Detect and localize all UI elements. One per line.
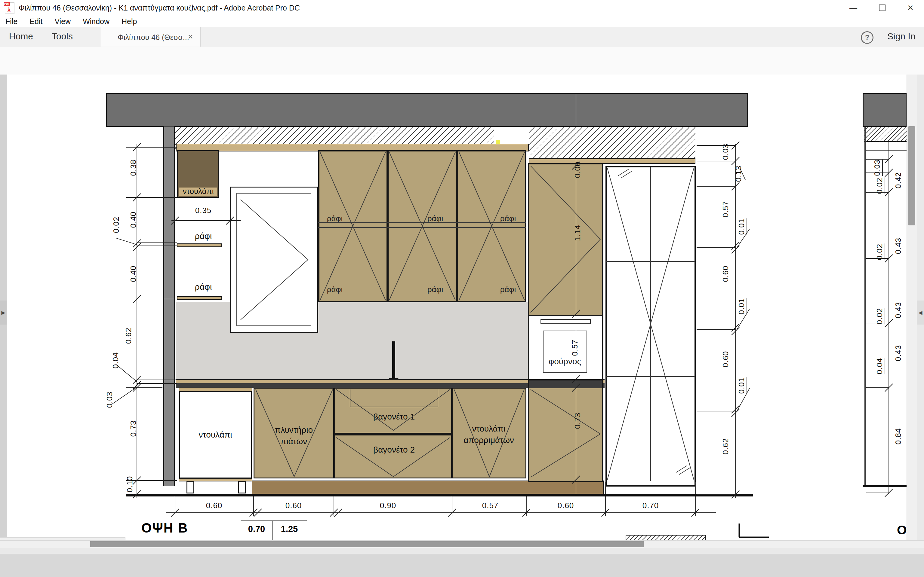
dim-left: 0.03	[105, 392, 114, 408]
dim-far-right: 0.04	[875, 358, 885, 374]
drawing-linework	[0, 74, 924, 540]
dim-right: 0.03	[721, 143, 730, 160]
dim-column: 0.73	[573, 413, 582, 429]
horizontal-scrollbar-thumb[interactable]	[90, 541, 644, 547]
dim-top-width: 0.35	[195, 206, 212, 215]
menu-window[interactable]: Window	[83, 17, 110, 26]
dim-bottom: 0.60	[558, 501, 574, 510]
dim-far-right: 0.43	[893, 345, 903, 361]
dim-right: 0.60	[721, 351, 730, 367]
dim-far-right: 0.02	[875, 244, 885, 260]
dim-far-right: 0.43	[893, 238, 903, 254]
scale-value-right: 1.25	[281, 524, 298, 534]
pdf-badge: PDF	[4, 2, 10, 6]
dim-far-right: 0.03	[872, 160, 883, 176]
dim-right: 0.57	[721, 201, 730, 218]
dim-left: 0.04	[111, 352, 120, 369]
dim-right: 0.01	[737, 377, 747, 394]
dim-left: 0.10	[125, 476, 134, 493]
dim-far-right: 0.43	[893, 302, 903, 319]
menu-bar: File Edit View Window Help	[0, 16, 924, 27]
tab-document-label: Φιλίππου 46 (Θεσσ...	[118, 33, 189, 42]
dim-left: 0.62	[124, 327, 133, 344]
dim-left: 0.73	[129, 421, 138, 437]
minimize-button[interactable]: —	[839, 0, 867, 16]
dim-far-right: 0.84	[893, 428, 903, 445]
title-bar: PDF λ Φιλίππου 46 (Θεσσαλονίκη) - K1 ανα…	[0, 0, 924, 16]
dim-left: 0.40	[129, 266, 138, 282]
dim-right: 0.60	[721, 266, 730, 282]
dim-column: 1.14	[573, 225, 582, 241]
acrobat-glyph: λ	[8, 7, 12, 12]
taskbar: Search ❀ R ⤵R ◆» A Id Ps T ✕ Λ ✆ O	[0, 554, 924, 577]
view-title: ΟΨΗ Β	[141, 521, 188, 535]
window-title: Φιλίππου 46 (Θεσσαλονίκη) - K1 αναπτύγμα…	[19, 3, 300, 12]
dim-column: 0.00	[573, 162, 582, 178]
tab-close-icon[interactable]: ✕	[188, 33, 193, 41]
dim-far-right: 0.02	[875, 308, 885, 324]
scale-value-left: 0.70	[248, 524, 265, 534]
dim-left: 0.40	[129, 211, 138, 228]
sign-in-link[interactable]: Sign In	[887, 31, 915, 42]
menu-file[interactable]: File	[5, 17, 18, 26]
document-area: ◀ ▶ ντουλάπι ράφι ράφι	[0, 74, 924, 540]
dim-column: 0.57	[570, 340, 580, 356]
maximize-button[interactable]	[868, 0, 897, 16]
next-view-hatch-bar	[626, 535, 706, 541]
dim-left: 0.02	[111, 217, 121, 233]
dim-far-right: 0.02	[875, 177, 885, 194]
dim-bottom: 0.60	[286, 501, 302, 510]
screen: PDF λ Φιλίππου 46 (Θεσσαλονίκη) - K1 ανα…	[0, 0, 924, 577]
dim-bottom: 0.57	[482, 501, 499, 510]
dim-bottom: 0.60	[206, 501, 223, 510]
tab-home[interactable]: Home	[9, 31, 33, 42]
acrobat-pdf-icon: PDF λ	[5, 2, 15, 14]
partial-view-title: Ο	[897, 523, 907, 537]
statusbar-strip	[0, 548, 924, 554]
dim-bottom: 0.90	[380, 501, 396, 510]
dim-right: 0.62	[721, 438, 730, 455]
toolbar: [1] K1 - Κουζίνα(A2_120) (1 of 1) 100% ▼	[0, 47, 924, 75]
menu-view[interactable]: View	[55, 17, 71, 26]
dim-left: 0.38	[129, 160, 138, 176]
help-icon[interactable]: ?	[861, 31, 874, 44]
dim-far-right: 0.42	[893, 172, 903, 189]
dim-right: 0.01	[737, 298, 747, 315]
dim-bottom: 0.70	[643, 501, 659, 510]
menu-edit[interactable]: Edit	[29, 17, 42, 26]
tab-document[interactable]: Φιλίππου 46 (Θεσσ... ✕	[101, 27, 200, 47]
tab-tools[interactable]: Tools	[52, 31, 73, 42]
menu-help[interactable]: Help	[121, 17, 137, 26]
close-button[interactable]: ✕	[897, 0, 924, 16]
dim-right: 0.01	[737, 219, 747, 235]
dim-right: 0.13	[734, 166, 743, 182]
tab-bar: Home Tools Φιλίππου 46 (Θεσσ... ✕ ? Sign…	[0, 27, 924, 47]
